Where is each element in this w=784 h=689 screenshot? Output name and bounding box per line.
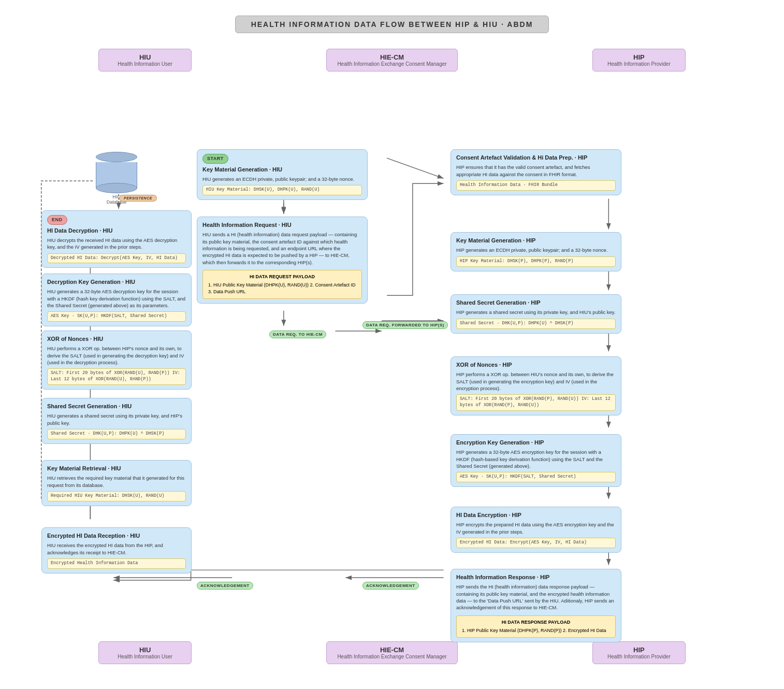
data-req-forwarded-label: DATA REQ. FORWARDED TO HIP(s) — [362, 321, 448, 329]
encryption-key-gen-hip: Encryption Key Generation · HIP HIP gene… — [451, 434, 621, 487]
cylinder-top — [96, 152, 137, 162]
hip-subtitle: Health Information Provider — [603, 61, 675, 67]
hie-footer-subtitle: Health Information Exchange Consent Mana… — [337, 654, 446, 659]
key-material-gen-hip: Key Material Generation · HIP HIP genera… — [451, 232, 621, 271]
health-info-response-hip: Health Information Response · HIP HIP se… — [451, 569, 621, 642]
acknowledgement-left-label: ACKNOWLEDGEMENT — [197, 582, 253, 590]
main-title: HEALTH INFORMATION DATA FLOW BETWEEN HIP… — [235, 16, 549, 33]
hiu-header: HIU Health Information User — [98, 49, 192, 71]
shared-secret-gen-hip: Shared Secret Generation · HIP HIP gener… — [451, 294, 621, 334]
hip-footer-subtitle: Health Information Provider — [603, 654, 675, 659]
hi-data-response-payload: HI DATA RESPONSE PAYLOAD 1. HIP Public K… — [456, 615, 616, 638]
hie-header: HIE-CM Health Information Exchange Conse… — [326, 49, 457, 71]
flow-area: HIU Database PERSISTENCE START Key Mater… — [10, 77, 774, 636]
key-material-gen-hiu: START Key Material Generation · HIU HIU … — [197, 149, 368, 200]
hip-header: HIP Health Information Provider — [592, 49, 686, 71]
persistence-label: PERSISTENCE — [119, 195, 157, 202]
data-req-hie-cm-label: DATA REQ. TO HIE-CM — [269, 331, 326, 338]
hip-footer: HIP Health Information Provider — [592, 641, 686, 664]
hip-title: HIP — [603, 53, 675, 61]
health-info-request-hiu: Health Information Request · HIU HIU sen… — [197, 217, 368, 304]
columns-header: HIU Health Information User HIE-CM Healt… — [10, 49, 774, 71]
hiu-footer-title: HIU — [109, 646, 181, 654]
xor-nonces-hiu: XOR of Nonces · HIU HIU performs a XOR o… — [41, 331, 192, 390]
hiu-subtitle: Health Information User — [109, 61, 181, 67]
hie-footer: HIE-CM Health Information Exchange Conse… — [326, 641, 457, 664]
hiu-title: HIU — [109, 53, 181, 61]
hi-data-encryption-hip: HI Data Encryption · HIP HIP encrypts th… — [451, 507, 621, 553]
hi-data-request-payload: HI DATA REQUEST PAYLOAD 1. HIU Public Ke… — [202, 270, 362, 299]
encrypted-hi-data-reception-hiu: Encrypted HI Data Reception · HIU HIU re… — [41, 527, 192, 573]
acknowledgement-right-label: ACKNOWLEDGEMENT — [362, 582, 419, 590]
svg-line-22 — [387, 158, 444, 178]
hie-footer-title: HIE-CM — [337, 646, 446, 654]
key-material-retrieval-hiu: Key Material Retrieval · HIU HIU retriev… — [41, 460, 192, 506]
main-page: HEALTH INFORMATION DATA FLOW BETWEEN HIP… — [0, 0, 784, 689]
decryption-key-gen-hiu: Decryption Key Generation · HIU HIU gene… — [41, 274, 192, 326]
hie-subtitle: Health Information Exchange Consent Mana… — [337, 61, 446, 67]
cylinder-bottom — [96, 183, 137, 193]
hip-footer-title: HIP — [603, 646, 675, 654]
columns-footer: HIU Health Information User HIE-CM Healt… — [10, 641, 774, 664]
shared-secret-gen-hiu: Shared Secret Generation · HIU HIU gener… — [41, 398, 192, 444]
title-row: HEALTH INFORMATION DATA FLOW BETWEEN HIP… — [10, 10, 774, 44]
hiu-footer-subtitle: Health Information User — [109, 654, 181, 659]
consent-artefact-validation-hip: Consent Artefact Validation & Hi Data Pr… — [451, 149, 621, 195]
hi-data-decryption-hiu: END HI Data Decryption · HIU HIU decrypt… — [41, 210, 192, 268]
hie-title: HIE-CM — [337, 53, 446, 61]
xor-nonces-hip: XOR of Nonces · HIP HIP performs a XOR o… — [451, 356, 621, 415]
hiu-footer: HIU Health Information User — [98, 641, 192, 664]
